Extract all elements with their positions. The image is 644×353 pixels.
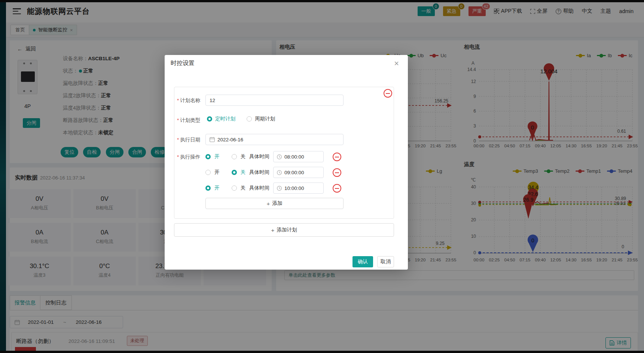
time-label-2: 具体时间 [249,169,269,176]
calendar-icon [210,137,215,142]
dialog-title: 时控设置 [171,59,195,67]
app-root: 能源物联网云平台 一般 0 紧急 0 严重 42 APP [0,0,644,353]
plan-card: *计划名称 12 *计划类型 定时计划 周期计划 *执行日期 2022-06-1… [174,87,394,219]
timed-plan-label[interactable]: 定时计划 [215,116,235,122]
plan-type-options: 定时计划 周期计划 [207,116,275,122]
window-top-bar [0,0,644,2]
radio-off-3[interactable] [232,185,237,191]
exec-date-input[interactable]: 2022-06-16 [205,134,344,145]
clock-icon [277,186,282,191]
radio-cycle-plan[interactable] [247,116,252,122]
clock-icon [277,154,282,159]
on-label-1[interactable]: 开 [214,153,220,160]
add-action-button[interactable]: +添加 [205,198,344,209]
radio-on-3[interactable] [205,185,211,191]
on-label-2[interactable]: 开 [214,169,220,176]
off-label-2[interactable]: 关 [241,169,246,176]
action-row-1: 开 关 具体时间 08:00:00 [205,151,324,162]
time-control-dialog: 时控设置 × *计划名称 12 *计划类型 定时计划 周期计划 *执行日期 [165,55,408,270]
plan-name-input[interactable]: 12 [205,95,344,106]
plan-name-label: *计划名称 [177,97,205,104]
cancel-button[interactable]: 取消 [377,256,394,267]
remove-action-3-button[interactable] [333,184,341,193]
remove-action-1-button[interactable] [333,153,341,161]
remove-plan-button[interactable] [384,89,392,98]
plus-icon: + [267,200,270,207]
time-input-2[interactable]: 09:00:00 [273,167,324,178]
action-row-2: 开 关 具体时间 09:00:00 [205,167,324,178]
plan-type-label: *计划类型 [177,117,205,124]
time-input-1[interactable]: 08:00:00 [273,151,324,162]
radio-timed-plan[interactable] [207,116,212,122]
plus-icon: + [271,227,275,233]
add-plan-button[interactable]: +添加计划 [174,223,394,237]
cycle-plan-label[interactable]: 周期计划 [255,116,275,122]
exec-action-label: *执行操作 [177,154,205,160]
radio-off-2[interactable] [232,170,237,175]
radio-on-1[interactable] [205,154,211,159]
off-label-3[interactable]: 关 [241,185,246,191]
confirm-button[interactable]: 确认 [352,256,373,267]
remove-action-2-button[interactable] [333,168,341,177]
radio-off-1[interactable] [232,154,237,159]
radio-on-2[interactable] [205,170,211,175]
window-bottom-bar [0,351,644,353]
off-label-1[interactable]: 关 [241,153,246,160]
time-label-1: 具体时间 [249,153,269,160]
exec-date-label: *执行日期 [177,136,205,143]
action-row-3: 开 关 具体时间 10:00:00 [205,182,324,194]
clock-icon [277,170,282,175]
time-label-3: 具体时间 [249,185,269,191]
on-label-3[interactable]: 开 [214,185,220,191]
dialog-close-icon[interactable]: × [394,59,399,68]
time-input-3[interactable]: 10:00:00 [273,182,324,194]
